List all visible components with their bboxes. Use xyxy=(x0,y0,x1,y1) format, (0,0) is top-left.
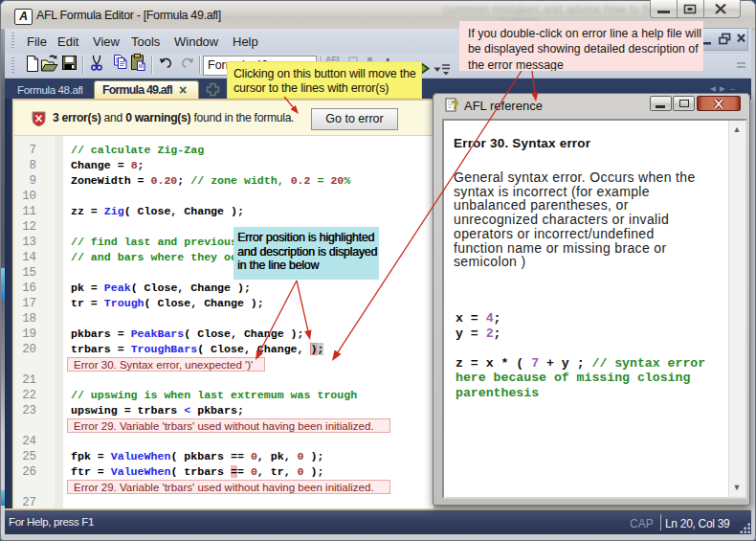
svg-text:?: ? xyxy=(452,99,458,112)
